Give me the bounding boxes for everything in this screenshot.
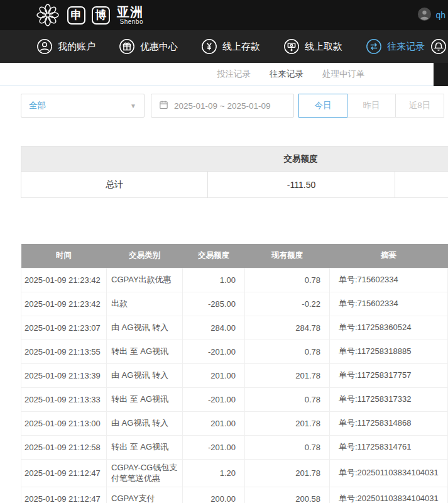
bell-icon[interactable] xyxy=(430,38,447,57)
quick-date-buttons: 今日 昨日 近8日 xyxy=(299,94,444,118)
balance-cell: 0.78 xyxy=(245,268,330,292)
summary-empty-cell xyxy=(395,172,448,198)
type-cell: 转出 至 AG视讯 xyxy=(107,340,183,363)
summary-cell: 单号:117258317332 xyxy=(330,387,448,411)
time-cell: 2025-01-09 21:23:42 xyxy=(21,292,107,316)
table-row: 2025-01-09 21:13:39由 AG视讯 转入201.00201.78… xyxy=(21,363,448,387)
subnav-edge-block xyxy=(434,63,448,86)
summary-cell: 单号:202501103834104031 xyxy=(330,459,448,487)
date-range-value: 2025-01-09 ~ 2025-01-09 xyxy=(174,101,271,111)
nav-item-promotions[interactable]: 优惠中心 xyxy=(119,38,178,55)
summary-total-label: 总计 xyxy=(21,172,208,198)
table-row: 2025-01-09 21:23:42CGPAY出款优惠1.000.78单号:7… xyxy=(21,268,448,292)
nav-item-my-account[interactable]: 我的账户 xyxy=(36,38,96,55)
nav-item-withdraw[interactable]: 线上取款 xyxy=(283,38,342,55)
column-header-time: 时间 xyxy=(21,244,107,268)
logo-region-text: 亚洲 Shenbo xyxy=(117,6,143,25)
type-cell: 转出 至 AG视讯 xyxy=(107,435,183,459)
type-cell: 由 AG视讯 转入 xyxy=(107,363,183,387)
amount-cell: -201.00 xyxy=(183,435,245,459)
summary-header-label: 交易额度 xyxy=(21,146,448,172)
brand-logo[interactable]: 申 博 亚洲 Shenbo xyxy=(35,2,143,28)
column-header-amount: 交易额度 xyxy=(183,244,245,268)
time-cell: 2025-01-09 21:13:55 xyxy=(21,340,107,363)
amount-cell: -201.00 xyxy=(183,340,245,363)
tab-betting-records[interactable]: 投注记录 xyxy=(217,69,251,80)
summary-cell: 单号:715602334 xyxy=(330,292,448,316)
balance-cell: 201.78 xyxy=(245,363,330,387)
tab-bar: 投注记录 往来记录 处理中订单 xyxy=(217,69,365,80)
balance-cell: 201.78 xyxy=(245,411,330,435)
column-header-balance: 现有额度 xyxy=(245,244,330,268)
type-cell: 转出 至 AG视讯 xyxy=(107,387,183,411)
nav-item-label: 我的账户 xyxy=(58,41,96,53)
balance-cell: -0.22 xyxy=(245,292,330,316)
nav-item-label: 往来记录 xyxy=(387,41,425,53)
amount-cell: 201.00 xyxy=(183,363,245,387)
time-cell: 2025-01-09 21:12:47 xyxy=(21,487,107,503)
records-header-row: 时间 交易类别 交易额度 现有额度 摘要 xyxy=(21,244,448,268)
top-bar: 申 博 亚洲 Shenbo qh xyxy=(0,0,448,30)
table-row: 2025-01-09 21:12:47CGPAY-CG钱包支付笔笔送优惠1.20… xyxy=(21,459,448,487)
type-cell: 出款 xyxy=(107,292,183,316)
amount-cell: 201.00 xyxy=(183,411,245,435)
table-row: 2025-01-09 21:23:42出款-285.00-0.22单号:7156… xyxy=(21,292,448,316)
filter-bar: 全部 ▼ 2025-01-09 ~ 2025-01-09 今日 昨日 近8日 xyxy=(21,93,448,118)
balance-cell: 0.78 xyxy=(245,435,330,459)
summary-total-value: -111.50 xyxy=(208,172,395,198)
chevron-down-icon: ▼ xyxy=(130,102,136,109)
nav-item-transactions[interactable]: 往来记录 xyxy=(366,38,425,55)
today-button[interactable]: 今日 xyxy=(298,94,347,118)
calendar-icon xyxy=(158,99,169,113)
user-circle-icon xyxy=(36,38,53,55)
time-cell: 2025-01-09 21:23:07 xyxy=(21,316,107,340)
logo-region-cn: 亚洲 xyxy=(117,6,143,18)
time-cell: 2025-01-09 21:13:33 xyxy=(21,387,107,411)
time-cell: 2025-01-09 21:12:47 xyxy=(21,459,107,487)
last-8-days-button[interactable]: 近8日 xyxy=(395,94,444,118)
table-row: 2025-01-09 21:23:07由 AG视讯 转入284.00284.78… xyxy=(21,316,448,340)
time-cell: 2025-01-09 21:13:00 xyxy=(21,411,107,435)
column-header-summary: 摘要 xyxy=(330,244,448,268)
records-circle-icon xyxy=(366,38,382,55)
records-table: 时间 交易类别 交易额度 现有额度 摘要 2025-01-09 21:23:42… xyxy=(21,244,448,503)
username-text: qh xyxy=(435,10,445,20)
time-cell: 2025-01-09 21:23:42 xyxy=(21,268,107,292)
logo-char-box: 申 xyxy=(67,6,85,25)
summary-cell: 单号:117258314868 xyxy=(330,411,448,435)
type-select[interactable]: 全部 ▼ xyxy=(21,94,145,118)
time-cell: 2025-01-09 21:12:58 xyxy=(21,435,107,459)
lotus-logo-icon xyxy=(35,2,61,28)
type-cell: 由 AG视讯 转入 xyxy=(107,411,183,435)
tab-processing-orders[interactable]: 处理中订单 xyxy=(322,69,365,80)
balance-cell: 284.78 xyxy=(245,316,330,340)
deposit-circle-icon xyxy=(201,38,217,55)
tab-transaction-records[interactable]: 往来记录 xyxy=(270,69,303,80)
amount-cell: 284.00 xyxy=(183,316,245,340)
user-area[interactable]: qh xyxy=(417,7,445,24)
summary-cell: 单号:117258318885 xyxy=(330,340,448,363)
gift-circle-icon xyxy=(119,38,135,55)
balance-cell: 201.78 xyxy=(245,459,330,487)
summary-cell: 单号:202501103834104031 xyxy=(330,487,448,503)
summary-cell: 单号:117258360524 xyxy=(330,316,448,340)
amount-cell: -201.00 xyxy=(183,387,245,411)
summary-header-row: 交易额度 xyxy=(21,146,448,172)
summary-table: 交易额度 总计 -111.50 xyxy=(21,146,448,198)
amount-cell: 1.00 xyxy=(183,268,245,292)
balance-cell: 0.78 xyxy=(245,340,330,363)
summary-total-row: 总计 -111.50 xyxy=(21,172,448,198)
table-row: 2025-01-09 21:12:58转出 至 AG视讯-201.000.78单… xyxy=(21,435,448,459)
withdraw-circle-icon xyxy=(283,38,300,55)
table-row: 2025-01-09 21:13:00由 AG视讯 转入201.00201.78… xyxy=(21,411,448,435)
main-nav: 我的账户 优惠中心 线上存款 线上取款 xyxy=(0,30,448,63)
yesterday-button[interactable]: 昨日 xyxy=(347,94,396,118)
type-cell: CGPAY-CG钱包支付笔笔送优惠 xyxy=(107,459,183,487)
nav-item-deposit[interactable]: 线上存款 xyxy=(201,38,260,55)
time-cell: 2025-01-09 21:13:39 xyxy=(21,363,107,387)
date-range-input[interactable]: 2025-01-09 ~ 2025-01-09 xyxy=(151,94,294,118)
table-row: 2025-01-09 21:12:47CGPAY支付200.00200.58单号… xyxy=(21,487,448,503)
table-row: 2025-01-09 21:13:33转出 至 AG视讯-201.000.78单… xyxy=(21,387,448,411)
logo-region-en: Shenbo xyxy=(117,19,143,25)
type-cell: 由 AG视讯 转入 xyxy=(107,316,183,340)
